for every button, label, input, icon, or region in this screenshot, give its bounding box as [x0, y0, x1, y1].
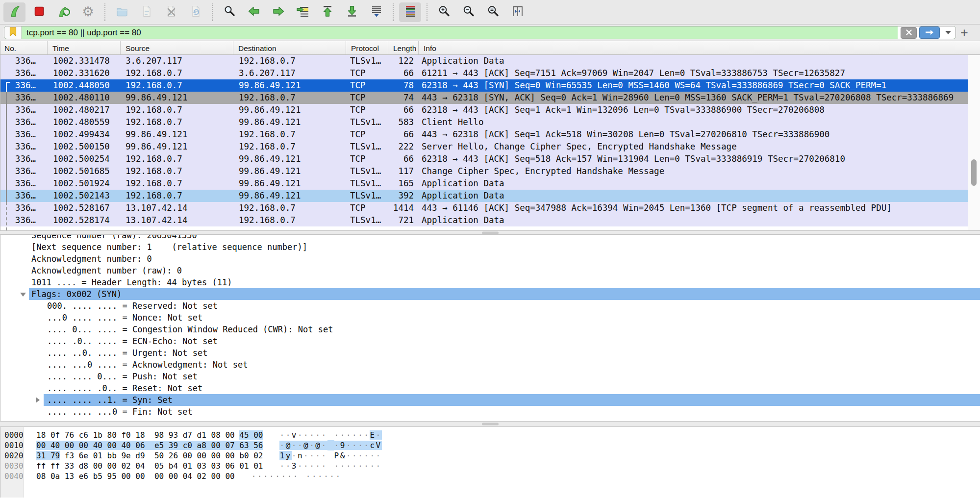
packet-row[interactable]: 336…1002.331620192.168.0.73.6.207.117TCP… [0, 67, 980, 79]
cell-length: 122 [388, 55, 419, 67]
packet-row[interactable]: 336…1002.52817413.107.42.14192.168.0.7TL… [0, 214, 980, 226]
column-header-time[interactable]: Time [48, 41, 121, 54]
detail-line[interactable]: Acknowledgment number (raw): 0 [0, 265, 980, 276]
go-next-packet-button[interactable] [267, 2, 289, 22]
hex-ascii: ·@··@·@· ·9····cV [279, 441, 381, 450]
packet-row[interactable]: 336…1002.48011099.86.49.121192.168.0.7TC… [0, 92, 980, 104]
pane-splitter-bottom[interactable] [0, 421, 980, 427]
filter-history-dropdown-icon[interactable] [945, 31, 951, 34]
cell-time: 1002.502143 [48, 190, 121, 202]
autoscroll-icon [370, 4, 383, 20]
packet-row[interactable]: 336…1002.480217192.168.0.799.86.49.121TC… [0, 104, 980, 116]
arrow-left-icon [247, 4, 261, 20]
save-file-button[interactable] [135, 2, 157, 22]
start-capture-button[interactable] [3, 2, 25, 22]
packet-row[interactable]: 336…1002.501924192.168.0.799.86.49.121TL… [0, 177, 980, 190]
detail-line[interactable]: Sequence number (raw): 2065041550 [0, 235, 980, 241]
detail-text: 1011 .... = Header Length: 44 bytes (11) [31, 277, 232, 287]
go-previous-packet-button[interactable] [243, 2, 265, 22]
packet-row[interactable]: 336…1002.52816713.107.42.14192.168.0.7TC… [0, 202, 980, 214]
packet-row[interactable]: 336…1002.501685192.168.0.799.86.49.121TL… [0, 165, 980, 177]
cell-source: 192.168.0.7 [121, 177, 233, 190]
hex-row[interactable]: 002031 79 f3 6e 01 bb 9e d9 50 26 00 00 … [0, 450, 980, 461]
column-header-length[interactable]: Length [388, 41, 419, 54]
go-first-packet-button[interactable] [316, 2, 338, 22]
pane-splitter-top[interactable] [0, 230, 980, 235]
packet-row[interactable]: 336…1002.480559192.168.0.799.86.49.121TL… [0, 116, 980, 128]
open-file-button[interactable] [111, 2, 133, 22]
cell-info: Server Hello, Change Cipher Spec, Encryp… [419, 141, 980, 153]
zoom-reset-button[interactable] [482, 2, 504, 22]
column-header-no[interactable]: No. [0, 41, 48, 54]
filter-add-button[interactable]: + [956, 25, 973, 40]
detail-line[interactable]: 1011 .... = Header Length: 44 bytes (11) [0, 276, 980, 288]
cell-source: 13.107.42.14 [121, 202, 233, 214]
packet-row[interactable]: 336…1002.502143192.168.0.799.86.49.121TL… [0, 190, 980, 202]
cell-source: 192.168.0.7 [121, 104, 233, 116]
column-header-protocol[interactable]: Protocol [346, 41, 388, 54]
hex-row[interactable]: 0030ff ff 33 d8 00 00 02 04 05 b4 01 03 … [0, 461, 980, 471]
column-header-info[interactable]: Info [419, 41, 980, 54]
cell-source: 99.86.49.121 [121, 128, 233, 141]
filter-bookmark-button[interactable] [4, 26, 22, 39]
detail-line[interactable]: Flags: 0x002 (SYN) [0, 288, 980, 300]
detail-line[interactable]: ...0 .... .... = Nonce: Not set [0, 312, 980, 324]
clear-x-icon [906, 28, 912, 37]
filter-controls [898, 26, 955, 39]
cell-source: 192.168.0.7 [121, 116, 233, 128]
detail-line[interactable]: .... ...0 .... = Acknowledgment: Not set [0, 359, 980, 371]
detail-line[interactable]: 000. .... .... = Reserved: Not set [0, 300, 980, 312]
expander-open-icon[interactable] [20, 293, 26, 297]
detail-line[interactable]: .... .... ..1. = Syn: Set [0, 394, 980, 406]
packet-row[interactable]: 336…1002.448050192.168.0.799.86.49.121TC… [0, 79, 980, 92]
display-filter-field[interactable]: tcp.port == 80 || udp.port == 80 [4, 26, 956, 39]
detail-line[interactable]: .... .0.. .... = ECN-Echo: Not set [0, 335, 980, 347]
cell-time: 1002.501685 [48, 165, 121, 177]
zoom-in-button[interactable] [433, 2, 455, 22]
column-header-source[interactable]: Source [121, 41, 233, 54]
detail-line[interactable]: Acknowledgment number: 0 [0, 253, 980, 265]
expander-closed-icon[interactable] [36, 397, 40, 403]
hex-row[interactable]: 000018 0f 76 c6 1b 80 f0 18 98 93 d7 d1 … [0, 430, 980, 440]
reload-file-button[interactable] [184, 2, 206, 22]
colorize-packets-button[interactable] [399, 2, 421, 22]
packet-list-scrollbar[interactable] [968, 55, 980, 230]
cell-time: 1002.480559 [48, 116, 121, 128]
detail-line[interactable]: .... ..0. .... = Urgent: Not set [0, 347, 980, 359]
cell-no: 336… [0, 165, 48, 177]
scrollbar-thumb[interactable] [971, 159, 977, 186]
detail-line[interactable]: .... .... 0... = Push: Not set [0, 371, 980, 382]
packet-list-pane: No.TimeSourceDestinationProtocolLengthIn… [0, 41, 980, 230]
resize-columns-icon [511, 4, 525, 20]
hex-ascii: ··v····· ······E· [279, 430, 381, 440]
auto-scroll-button[interactable] [365, 2, 387, 22]
zoom-out-button[interactable] [457, 2, 479, 22]
go-last-packet-button[interactable] [341, 2, 363, 22]
hex-row[interactable]: 001000 40 00 00 40 00 40 06 e5 39 c0 a8 … [0, 440, 980, 450]
packet-row[interactable]: 336…1002.500254192.168.0.799.86.49.121TC… [0, 153, 980, 165]
detail-line[interactable]: [Next sequence number: 1 (relative seque… [0, 241, 980, 253]
column-header-destination[interactable]: Destination [233, 41, 346, 54]
filter-expression-input[interactable]: tcp.port == 80 || udp.port == 80 [22, 28, 898, 38]
close-file-button[interactable] [160, 2, 182, 22]
find-packet-button[interactable] [218, 2, 240, 22]
cell-no: 336… [0, 67, 48, 79]
restart-capture-button[interactable] [52, 2, 75, 22]
filter-clear-button[interactable] [901, 27, 917, 39]
hex-row[interactable]: 004008 0a 13 e6 b5 95 00 00 00 00 04 02 … [0, 471, 980, 481]
hex-dump: 000018 0f 76 c6 1b 80 f0 18 98 93 d7 d1 … [0, 427, 980, 481]
detail-line[interactable]: .... 0... .... = Congestion Window Reduc… [0, 324, 980, 335]
cell-info: Change Cipher Spec, Encrypted Handshake … [419, 165, 980, 177]
packet-row[interactable]: 336…1002.3314783.6.207.117192.168.0.7TLS… [0, 55, 980, 67]
detail-line[interactable]: .... .... .0.. = Reset: Not set [0, 382, 980, 394]
stop-capture-button[interactable] [28, 2, 50, 22]
filter-apply-button[interactable] [919, 26, 940, 39]
packet-row[interactable]: 336…1002.49943499.86.49.121192.168.0.7TC… [0, 128, 980, 141]
go-to-packet-button[interactable] [292, 2, 314, 22]
packet-row[interactable]: 336…1002.50015099.86.49.121192.168.0.7TL… [0, 141, 980, 153]
capture-options-button[interactable]: ⚙ [77, 2, 99, 22]
detail-line[interactable]: .... .... ...0 = Fin: Not set [0, 406, 980, 418]
resize-columns-button[interactable] [506, 2, 528, 22]
hex-offset: 0010 [0, 440, 36, 450]
cell-protocol: TCP [346, 202, 388, 214]
